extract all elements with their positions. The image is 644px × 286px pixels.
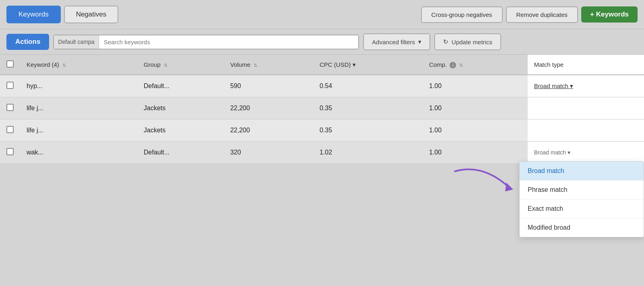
header-comp[interactable]: Comp. i ⇅ (423, 55, 528, 75)
cell-group: Jackets (137, 97, 224, 119)
remove-duplicates-button[interactable]: Remove duplicates (506, 6, 578, 23)
comp-sort-icon: ⇅ (459, 63, 463, 68)
dropdown-option[interactable]: Phrase match (520, 181, 644, 200)
toolbar-row: Actions Default campa Advanced filters ▾… (0, 29, 644, 55)
svg-marker-0 (505, 183, 513, 191)
match-type-value[interactable]: Broad match ▾ (534, 149, 638, 156)
row-checkbox[interactable] (6, 104, 14, 111)
update-metrics-button[interactable]: ↻ Update metrics (434, 33, 501, 50)
row-checkbox-cell (0, 97, 20, 119)
cell-volume: 590 (224, 75, 313, 97)
tab-negatives[interactable]: Negatives (64, 6, 119, 23)
cell-volume: 320 (224, 142, 313, 164)
cell-group: Default... (137, 142, 224, 164)
cell-group: Default... (137, 75, 224, 97)
cell-comp: 1.00 (423, 75, 528, 97)
cell-match-type: Broad match ▾ (528, 75, 644, 97)
group-sort-icon: ⇅ (164, 63, 167, 68)
cell-keyword: hyp... (20, 75, 137, 97)
cell-cpc: 1.02 (313, 142, 423, 164)
row-checkbox[interactable] (6, 126, 14, 133)
cell-comp: 1.00 (423, 119, 528, 142)
table-wrapper: Keyword (4) ⇅ Group ⇅ Volume ⇅ CPC (USD) (0, 55, 644, 286)
tab-keywords[interactable]: Keywords (6, 6, 61, 23)
cell-volume: 22,200 (224, 97, 313, 119)
update-metrics-label: Update metrics (452, 39, 492, 45)
table-row: hyp...Default...5900.541.00Broad match ▾ (0, 75, 644, 97)
table-row: wak...Default...3201.021.00Broad match ▾ (0, 142, 644, 164)
search-container: Default campa (53, 35, 359, 49)
cpc-sort-down-icon: ▾ (353, 61, 356, 68)
cross-group-negatives-button[interactable]: Cross-group negatives (421, 6, 503, 23)
row-checkbox-cell (0, 75, 20, 97)
cell-cpc: 0.35 (313, 97, 423, 119)
comp-info-icon: i (450, 62, 456, 68)
row-checkbox-cell (0, 142, 20, 164)
cell-comp: 1.00 (423, 142, 528, 164)
header-cpc[interactable]: CPC (USD) ▾ (313, 55, 423, 75)
actions-button[interactable]: Actions (6, 34, 49, 50)
cell-keyword: life j... (20, 119, 137, 142)
cell-group: Jackets (137, 119, 224, 142)
row-checkbox-cell (0, 119, 20, 142)
table-row: life j...Jackets22,2000.351.00 (0, 97, 644, 119)
cell-volume: 22,200 (224, 119, 313, 142)
cell-match-type: Broad match ▾ (528, 142, 644, 164)
row-checkbox[interactable] (6, 82, 14, 89)
dropdown-option[interactable]: Broad match (520, 162, 644, 181)
chevron-down-icon: ▾ (418, 38, 421, 45)
dropdown-option[interactable]: Modified broad (520, 218, 644, 237)
cell-cpc: 0.54 (313, 75, 423, 97)
add-keywords-button[interactable]: + Keywords (581, 6, 638, 23)
purple-arrow-annotation (451, 167, 515, 201)
broad-match-trigger[interactable]: Broad match ▾ (534, 82, 573, 90)
dropdown-option[interactable]: Exact match (520, 200, 644, 218)
cell-keyword: life j... (20, 97, 137, 119)
advanced-filters-button[interactable]: Advanced filters ▾ (363, 33, 430, 50)
header-keyword[interactable]: Keyword (4) ⇅ (20, 55, 137, 75)
top-bar: Keywords Negatives Cross-group negatives… (0, 0, 644, 29)
campaign-label: Default campa (54, 35, 99, 49)
table-row: life j...Jackets22,2000.351.00 (0, 119, 644, 142)
cell-comp: 1.00 (423, 97, 528, 119)
refresh-icon: ↻ (443, 38, 448, 45)
keywords-table: Keyword (4) ⇅ Group ⇅ Volume ⇅ CPC (USD) (0, 55, 644, 164)
volume-sort-icon: ⇅ (254, 63, 257, 68)
cell-match-type (528, 97, 644, 119)
select-all-checkbox[interactable] (6, 60, 14, 68)
row-checkbox[interactable] (6, 148, 14, 155)
search-input[interactable] (99, 35, 359, 49)
advanced-filters-label: Advanced filters (372, 39, 415, 45)
cell-match-type (528, 119, 644, 142)
keyword-sort-icon: ⇅ (62, 63, 66, 68)
header-group[interactable]: Group ⇅ (137, 55, 224, 75)
cell-cpc: 0.35 (313, 119, 423, 142)
table-header-row: Keyword (4) ⇅ Group ⇅ Volume ⇅ CPC (USD) (0, 55, 644, 75)
header-match-type: Match type (528, 55, 644, 75)
match-type-dropdown: Broad matchPhrase matchExact matchModifi… (519, 161, 644, 237)
cell-keyword: wak... (20, 142, 137, 164)
header-volume[interactable]: Volume ⇅ (224, 55, 313, 75)
header-checkbox-col (0, 55, 20, 75)
